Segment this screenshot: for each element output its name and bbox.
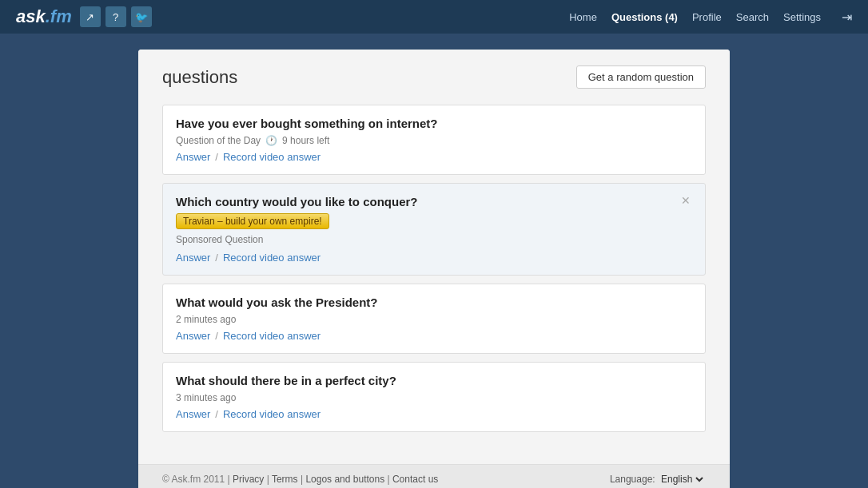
footer-contact-link[interactable]: Contact us bbox=[392, 474, 438, 485]
questions-link[interactable]: Questions (4) bbox=[611, 11, 678, 23]
footer-privacy-link[interactable]: Privacy bbox=[233, 474, 264, 485]
sponsored-label-q2: Sponsored Question bbox=[176, 234, 418, 245]
home-link[interactable]: Home bbox=[569, 11, 597, 23]
separator-q4: / bbox=[215, 408, 218, 420]
footer-language: Language: English bbox=[610, 473, 706, 486]
logo-ask: ask bbox=[16, 6, 46, 26]
footer-terms-link[interactable]: Terms bbox=[272, 474, 298, 485]
logout-button[interactable]: ⇥ bbox=[842, 10, 852, 25]
question-meta-q1: Question of the Day 🕐 9 hours left bbox=[176, 135, 692, 146]
time-ago-q4: 3 minutes ago bbox=[176, 392, 692, 403]
language-selector[interactable]: English bbox=[658, 473, 706, 486]
logo-fm: .fm bbox=[46, 6, 72, 26]
answer-link-q2[interactable]: Answer bbox=[176, 252, 210, 264]
footer-language-label: Language: bbox=[610, 474, 655, 485]
random-question-button[interactable]: Get a random question bbox=[576, 65, 706, 89]
question-actions-q4: Answer / Record video answer bbox=[176, 408, 692, 420]
question-card-q4: What should there be in a perfect city? … bbox=[162, 362, 706, 432]
question-text-q3: What would you ask the President? bbox=[176, 296, 692, 309]
content-area: questions Get a random question Have you… bbox=[138, 50, 730, 464]
top-navigation: ask.fm ↗ ? 🐦 Home Questions (4) Profile … bbox=[0, 0, 868, 34]
question-card-q2: Which country would you like to conquer?… bbox=[162, 183, 706, 276]
card-header-content-q2: Which country would you like to conquer?… bbox=[176, 195, 418, 248]
question-text-q1: Have you ever bought something on intern… bbox=[176, 117, 692, 130]
question-actions-q3: Answer / Record video answer bbox=[176, 330, 692, 342]
site-logo: ask.fm bbox=[16, 6, 72, 27]
time-left-q1: 9 hours left bbox=[282, 135, 329, 146]
answer-link-q1[interactable]: Answer bbox=[176, 151, 210, 163]
search-link[interactable]: Search bbox=[736, 11, 769, 23]
separator-q3: / bbox=[215, 330, 218, 342]
record-link-q4[interactable]: Record video answer bbox=[223, 408, 321, 420]
record-link-q3[interactable]: Record video answer bbox=[223, 330, 321, 342]
question-actions-q2: Answer / Record video answer bbox=[176, 252, 692, 264]
question-card-q1: Have you ever bought something on intern… bbox=[162, 105, 706, 175]
page-title: questions bbox=[162, 67, 237, 88]
card-header-q2: Which country would you like to conquer?… bbox=[176, 195, 692, 248]
time-ago-q3: 2 minutes ago bbox=[176, 314, 692, 325]
question-actions-q1: Answer / Record video answer bbox=[176, 151, 692, 163]
question-meta-label-q1: Question of the Day bbox=[176, 135, 261, 146]
nav-links: Home Questions (4) Profile Search Settin… bbox=[569, 10, 852, 25]
help-icon-button[interactable]: ? bbox=[106, 6, 126, 27]
footer-links: © Ask.fm 2011 | Privacy | Terms | Logos … bbox=[162, 474, 438, 485]
page-footer: © Ask.fm 2011 | Privacy | Terms | Logos … bbox=[138, 464, 730, 488]
answer-link-q3[interactable]: Answer bbox=[176, 330, 210, 342]
sponsored-badge-q2[interactable]: Travian – build your own empire! bbox=[176, 213, 329, 229]
footer-copyright: © Ask.fm 2011 | bbox=[162, 474, 230, 485]
settings-link[interactable]: Settings bbox=[783, 11, 821, 23]
twitter-icon-button[interactable]: 🐦 bbox=[131, 6, 152, 27]
clock-icon-q1: 🕐 bbox=[265, 135, 277, 146]
answer-link-q4[interactable]: Answer bbox=[176, 408, 210, 420]
page-title-row: questions Get a random question bbox=[162, 65, 706, 89]
record-link-q1[interactable]: Record video answer bbox=[223, 151, 321, 163]
separator-q1: / bbox=[215, 151, 218, 163]
nav-icon-group: ↗ ? 🐦 bbox=[80, 6, 152, 27]
question-card-q3: What would you ask the President? 2 minu… bbox=[162, 284, 706, 354]
share-icon-button[interactable]: ↗ bbox=[80, 6, 101, 27]
question-text-q4: What should there be in a perfect city? bbox=[176, 374, 692, 387]
record-link-q2[interactable]: Record video answer bbox=[223, 252, 321, 264]
separator-q2: / bbox=[215, 252, 218, 264]
close-button-q2[interactable]: ✕ bbox=[679, 195, 692, 206]
question-text-q2: Which country would you like to conquer? bbox=[176, 195, 418, 208]
profile-link[interactable]: Profile bbox=[692, 11, 722, 23]
page-wrapper: questions Get a random question Have you… bbox=[138, 50, 730, 488]
footer-logos-link[interactable]: Logos and buttons bbox=[305, 474, 384, 485]
